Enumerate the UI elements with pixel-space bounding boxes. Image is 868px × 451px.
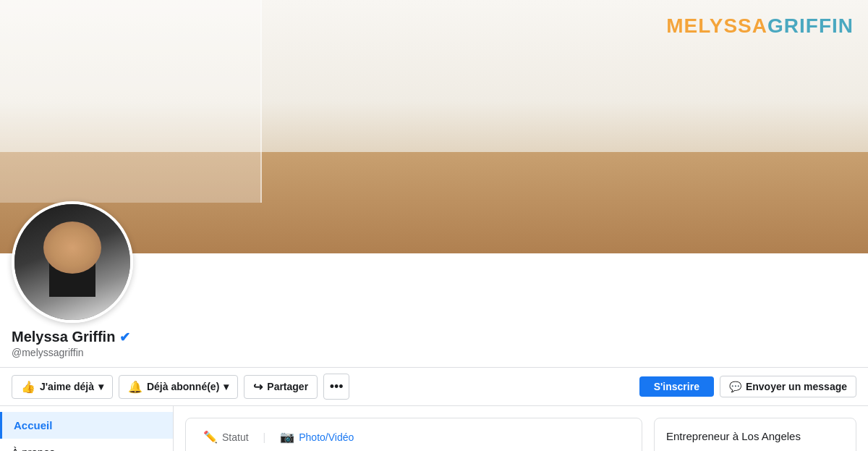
sidebar-item-accueil[interactable]: Accueil (0, 412, 173, 439)
feed-column: ✏️ Statut | 📷 Photo/Vidéo ▾ (185, 418, 642, 451)
brand-name-part2: GRIFFIN (767, 14, 854, 37)
subscribe-button[interactable]: 🔔 Déjà abonné(e) ▾ (119, 375, 238, 399)
message-button[interactable]: 💬 Envoyer un message (720, 376, 856, 397)
post-box: ✏️ Statut | 📷 Photo/Vidéo ▾ (185, 418, 642, 451)
signup-button[interactable]: S'inscrire (639, 376, 714, 397)
cover-photo: MELYSSAGRIFFIN (0, 0, 868, 253)
profile-avatar (12, 201, 133, 323)
main-content: Accueil À propos Vidéos Publications Pho… (0, 406, 868, 451)
right-sidebar: Entrepreneur à Los Angeles Communauté To… (654, 418, 856, 451)
signup-label: S'inscrire (654, 381, 699, 392)
avatar-image (14, 204, 130, 320)
photo-video-icon: 📷 (280, 430, 294, 444)
location-info: Entrepreneur à Los Angeles (666, 430, 844, 442)
statut-icon: ✏️ (203, 430, 218, 444)
info-box: Entrepreneur à Los Angeles Communauté To… (654, 418, 856, 451)
more-dots-icon: ••• (330, 379, 344, 395)
sidebar-item-apropos[interactable]: À propos (0, 439, 173, 451)
profile-name-text: Melyssa Griffin (12, 329, 115, 345)
profile-section: Melyssa Griffin ✔ @melyssagriffin (0, 253, 868, 368)
profile-handle: @melyssagriffin (12, 347, 185, 358)
sidebar-nav: Accueil À propos Vidéos Publications Pho… (0, 406, 174, 451)
tab-statut[interactable]: ✏️ Statut (197, 427, 255, 447)
profile-name: Melyssa Griffin ✔ (12, 329, 185, 345)
like-icon: 👍 (21, 380, 35, 394)
tab-photo-label: Photo/Vidéo (299, 431, 354, 443)
action-bar: 👍 J'aime déjà ▾ 🔔 Déjà abonné(e) ▾ ↪ Par… (0, 368, 868, 406)
verified-badge-icon: ✔ (119, 329, 130, 345)
tab-photo-video[interactable]: 📷 Photo/Vidéo (274, 427, 359, 447)
profile-left: Melyssa Griffin ✔ @melyssagriffin (12, 253, 185, 367)
page-wrapper: MELYSSAGRIFFIN Melyssa Griffin ✔ @melyss… (0, 0, 868, 451)
cover-scene (0, 0, 868, 253)
brand-logo: MELYSSAGRIFFIN (666, 14, 854, 38)
subscribe-label: Déjà abonné(e) (147, 381, 219, 392)
tab-divider: | (263, 431, 266, 443)
post-box-header: ✏️ Statut | 📷 Photo/Vidéo (197, 427, 630, 451)
share-icon: ↪ (253, 380, 263, 394)
like-chevron-icon: ▾ (98, 381, 103, 392)
message-icon: 💬 (729, 381, 741, 392)
like-button[interactable]: 👍 J'aime déjà ▾ (12, 375, 113, 399)
brand-name-part1: MELYSSA (666, 14, 767, 37)
subscribe-chevron-icon: ▾ (224, 381, 229, 392)
share-button[interactable]: ↪ Partager (244, 375, 318, 399)
tab-statut-label: Statut (222, 431, 249, 443)
share-label: Partager (267, 381, 308, 392)
content-area: ✏️ Statut | 📷 Photo/Vidéo ▾ (174, 406, 868, 451)
more-options-button[interactable]: ••• (323, 374, 349, 400)
like-label: J'aime déjà (40, 381, 94, 392)
subscribe-icon: 🔔 (128, 380, 142, 394)
message-label: Envoyer un message (746, 381, 847, 392)
